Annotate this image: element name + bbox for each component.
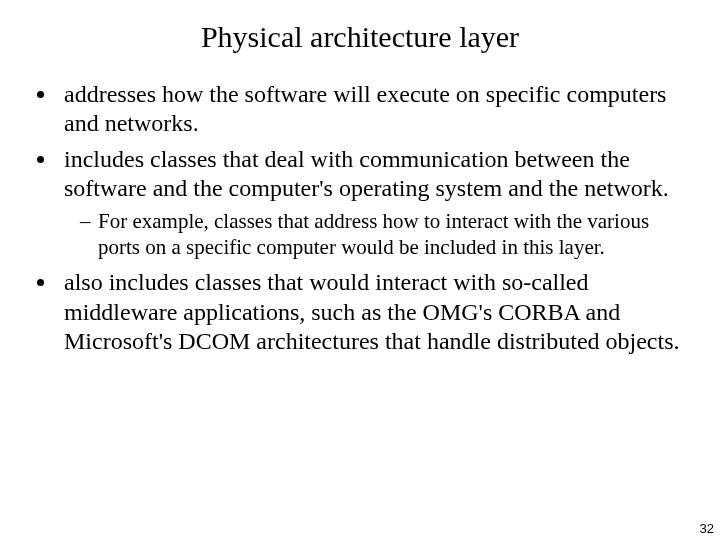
bullet-item: addresses how the software will execute … xyxy=(58,80,680,139)
page-number: 32 xyxy=(700,521,714,536)
bullet-item: includes classes that deal with communic… xyxy=(58,145,680,261)
slide: Physical architecture layer addresses ho… xyxy=(0,0,720,540)
sub-bullet-item: For example, classes that address how to… xyxy=(98,209,680,260)
slide-title: Physical architecture layer xyxy=(40,20,680,54)
sub-bullet-list: For example, classes that address how to… xyxy=(64,209,680,260)
bullet-list: addresses how the software will execute … xyxy=(40,80,680,356)
bullet-text: includes classes that deal with communic… xyxy=(64,146,669,201)
bullet-item: also includes classes that would interac… xyxy=(58,268,680,356)
